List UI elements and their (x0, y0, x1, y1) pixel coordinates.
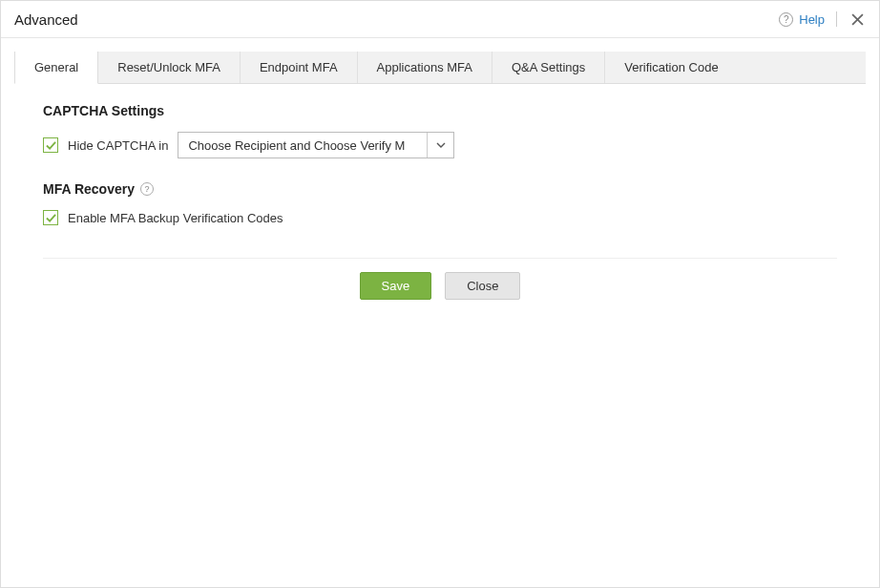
enable-backup-codes-row: Enable MFA Backup Verification Codes (43, 210, 849, 225)
hide-captcha-label: Hide CAPTCHA in (68, 138, 168, 153)
info-icon[interactable]: ? (140, 182, 154, 196)
titlebar: Advanced ? Help (1, 1, 879, 38)
dialog-title: Advanced (14, 11, 78, 28)
save-button[interactable]: Save (360, 272, 432, 300)
close-icon[interactable] (849, 10, 866, 28)
tab-applications-mfa[interactable]: Applications MFA (358, 52, 492, 83)
tab-endpoint-mfa[interactable]: Endpoint MFA (241, 52, 358, 83)
chevron-down-icon (427, 133, 453, 158)
hide-captcha-select-value: Choose Recipient and Choose Verify M (178, 138, 427, 153)
tabs-wrapper: General Reset/Unlock MFA Endpoint MFA Ap… (1, 38, 879, 319)
tab-reset-unlock-mfa[interactable]: Reset/Unlock MFA (98, 52, 241, 83)
titlebar-actions: ? Help (779, 10, 866, 28)
hide-captcha-row: Hide CAPTCHA in Choose Recipient and Cho… (43, 132, 849, 158)
help-link[interactable]: Help (799, 12, 825, 27)
captcha-settings-title: CAPTCHA Settings (43, 103, 849, 118)
tab-qa-settings[interactable]: Q&A Settings (492, 52, 605, 83)
mfa-recovery-title: MFA Recovery ? (43, 181, 849, 197)
tab-verification-code[interactable]: Verification Code (605, 52, 866, 83)
hide-captcha-select[interactable]: Choose Recipient and Choose Verify M (178, 132, 454, 158)
enable-backup-codes-checkbox[interactable] (43, 210, 58, 225)
content-area: CAPTCHA Settings Hide CAPTCHA in Choose … (14, 84, 866, 258)
close-button[interactable]: Close (445, 272, 520, 300)
advanced-dialog: Advanced ? Help General Reset/Unlock MFA… (0, 0, 880, 588)
section-mfa-recovery: MFA Recovery ? Enable MFA Backup Verific… (43, 181, 849, 225)
footer: Save Close (14, 259, 866, 319)
divider (836, 11, 837, 27)
tab-general[interactable]: General (14, 52, 98, 84)
help-icon: ? (779, 12, 793, 27)
tabs: General Reset/Unlock MFA Endpoint MFA Ap… (14, 52, 866, 84)
mfa-recovery-title-text: MFA Recovery (43, 181, 135, 197)
section-captcha-settings: CAPTCHA Settings Hide CAPTCHA in Choose … (43, 103, 849, 158)
hide-captcha-checkbox[interactable] (43, 137, 58, 153)
enable-backup-codes-label: Enable MFA Backup Verification Codes (68, 211, 283, 225)
